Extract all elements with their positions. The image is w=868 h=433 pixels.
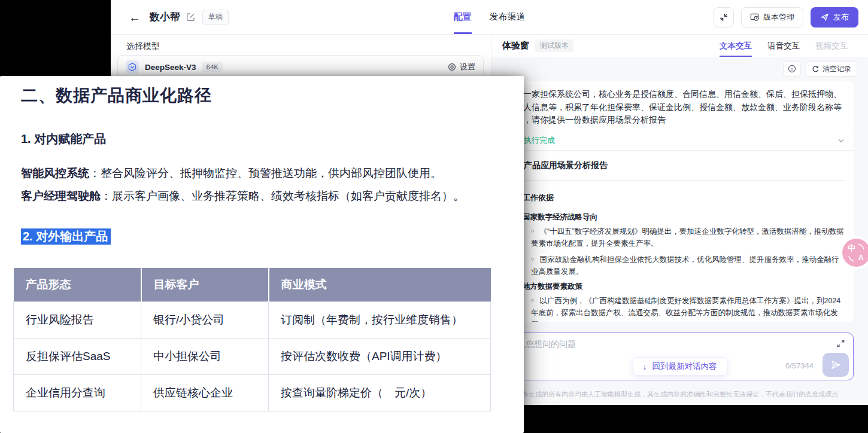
- publish-button[interactable]: 发布: [811, 7, 858, 28]
- document-paragraph: 客户经理驾驶舱：展示客户画像、业务推荐策略、绩效考核指标（如客户贡献度排名）。: [21, 188, 465, 204]
- header-tabs: 配置 发布渠道: [454, 0, 526, 34]
- gear-icon: [448, 63, 456, 71]
- publish-label: 发布: [833, 12, 849, 23]
- info-icon: [788, 65, 796, 73]
- table-cell: 企业信用分查询: [14, 375, 141, 411]
- table-row: 行业风险报告 银行/小贷公司 订阅制（年费制，按行业维度销售）: [14, 302, 491, 339]
- document-subheading-external: 2. 对外输出产品: [21, 228, 111, 245]
- question-input[interactable]: [509, 339, 827, 356]
- publish-plane-icon: [820, 13, 829, 22]
- arrow-down-icon: ↓: [643, 362, 647, 371]
- model-settings-button[interactable]: 设置: [448, 62, 475, 72]
- bullet-marker-icon: ○: [531, 256, 534, 262]
- execution-status-bar[interactable]: 执行完成: [499, 130, 854, 151]
- tab-config[interactable]: 配置: [454, 0, 472, 34]
- report-item-2-title: 地方数据要素政策: [523, 282, 582, 291]
- header-left: ← 数小帮 草稿: [129, 10, 229, 25]
- table-cell: 订阅制（年费制，按行业维度销售）: [269, 302, 491, 339]
- table-cell: 银行/小贷公司: [141, 302, 269, 339]
- send-plane-icon: [830, 359, 841, 370]
- report-item-1: 1.国家数字经济战略导向: [507, 212, 845, 222]
- report-content: 数据产品应用场景分析报告 一、工作依据 1.国家数字经济战略导向 ○《“十四五”…: [499, 151, 854, 322]
- selected-text-highlight: 2. 对外输出产品: [21, 228, 111, 245]
- experience-title: 体验窗: [502, 40, 529, 51]
- assistant-response: 执行完成 数据产品应用场景分析报告 一、工作依据 1.国家数字经济战略导向: [499, 130, 854, 322]
- report-divider: [507, 180, 845, 181]
- expand-input-icon[interactable]: [836, 339, 845, 348]
- experience-panel: 体验窗 测试版本 文本交互 语音交互 视频交互: [491, 35, 868, 405]
- draft-status-badge: 草稿: [202, 10, 229, 25]
- model-name: DeepSeek-V3: [145, 63, 196, 72]
- send-button[interactable]: [823, 353, 849, 377]
- table-cell: 中小担保公司: [141, 339, 269, 375]
- context-length-badge: 64K: [202, 62, 223, 72]
- tab-voice-interaction[interactable]: 语音交互: [767, 35, 800, 57]
- table-row: 反担保评估SaaS 中小担保公司 按评估次数收费（API调用计费）: [14, 339, 491, 375]
- table-header-cell: 产品形态: [14, 268, 141, 302]
- commercial-model-table: 产品形态 目标客户 商业模式 行业风险报告 银行/小贷公司 订阅制（年费制，按行…: [13, 268, 491, 411]
- paragraph-text: ：展示客户画像、业务推荐策略、绩效考核指标（如客户贡献度排名）。: [101, 190, 465, 202]
- collapse-button[interactable]: [714, 7, 734, 28]
- table-header-cell: 目标客户: [141, 268, 269, 302]
- document-heading: 二、数据产品商业化路径: [21, 84, 212, 107]
- paragraph-lead: 客户经理驾驶舱: [21, 190, 101, 202]
- char-counter: 0/57344: [785, 361, 814, 370]
- translate-fab-button[interactable]: 中 A: [842, 239, 868, 267]
- tab-text-interaction[interactable]: 文本交互: [720, 35, 752, 57]
- document-subheading-internal: 1. 对内赋能产品: [21, 131, 106, 147]
- user-message: 我是一家担保系统公司，核心业务是授信额度、合同信息、用信金额、保后、担保抵押物、…: [499, 81, 854, 133]
- tab-video-interaction[interactable]: 视频交互: [815, 35, 848, 57]
- report-bullet: ○国家鼓励金融机构和担保企业依托大数据技术，优化风险管理、提升服务效率，推动金融…: [507, 254, 845, 278]
- ai-disclaimer: 服务生成的所有内容均由人工智能模型生成，其生成内容的准确性和完整性无法保证，不代…: [491, 390, 862, 399]
- report-bullet-text: 以广西为例，《广西构建数据基础制度更好发挥数据要素作用总体工作方案》提出，到20…: [531, 297, 840, 322]
- model-settings-label: 设置: [460, 62, 475, 72]
- info-button[interactable]: [783, 61, 801, 77]
- collapse-icon: [719, 13, 729, 22]
- version-management-button[interactable]: 版本管理: [741, 7, 803, 28]
- table-header-cell: 商业模式: [269, 268, 491, 302]
- report-bullet-text: 《“十四五”数字经济发展规划》明确提出，要加速企业数字化转型，激活数据潜能，推动…: [531, 227, 844, 248]
- version-management-label: 版本管理: [763, 12, 794, 23]
- chat-toolbar: 清空记录: [783, 61, 857, 77]
- paragraph-lead: 智能风控系统: [21, 167, 89, 179]
- deepseek-model-icon: [126, 60, 139, 74]
- experience-header: 体验窗 测试版本 文本交互 语音交互 视频交互: [491, 35, 868, 57]
- document-window: 二、数据产品商业化路径 1. 对内赋能产品 智能风控系统：整合风险评分、抵押物监…: [0, 76, 524, 433]
- execution-status-text: 执行完成: [524, 135, 555, 146]
- report-item-2: 2.地方数据要素政策: [507, 282, 845, 292]
- table-cell: 反担保评估SaaS: [14, 339, 141, 375]
- refresh-icon: [812, 65, 820, 73]
- table-cell: 按查询量阶梯定价（ 元/次）: [269, 375, 491, 411]
- interaction-tabs: 文本交互 语音交互 视频交互: [720, 35, 848, 57]
- translate-arrows-icon: [842, 239, 868, 267]
- scroll-to-latest-label: 回到最新对话内容: [652, 361, 717, 372]
- report-bullet: ○以广西为例，《广西构建数据基础制度更好发挥数据要素作用总体工作方案》提出，到2…: [507, 295, 845, 322]
- test-version-badge: 测试版本: [535, 39, 573, 52]
- document-paragraph: 智能风控系统：整合风险评分、抵押物监控、预警推送功能，供内部风控团队使用。: [21, 166, 442, 181]
- scroll-to-latest-button[interactable]: ↓ 回到最新对话内容: [633, 357, 727, 376]
- paragraph-text: ：整合风险评分、抵押物监控、预警推送功能，供内部风控团队使用。: [89, 167, 442, 179]
- clear-history-label: 清空记录: [823, 64, 851, 74]
- user-message-text: 我是一家担保系统公司，核心业务是授信额度、合同信息、用信金额、保后、担保抵押物、…: [506, 89, 842, 124]
- report-section-heading: 一、工作依据: [507, 193, 845, 203]
- back-icon[interactable]: ←: [129, 11, 141, 23]
- agent-title: 数小帮: [150, 10, 180, 24]
- report-title: 数据产品应用场景分析报告: [507, 160, 845, 171]
- table-cell: 行业风险报告: [14, 302, 141, 339]
- version-history-icon: [750, 13, 759, 22]
- model-selector[interactable]: DeepSeek-V3 64K 设置: [117, 55, 484, 79]
- app-header: ← 数小帮 草稿 配置 发布渠道: [111, 0, 868, 35]
- table-cell: 供应链核心企业: [141, 375, 269, 411]
- edit-icon[interactable]: [186, 13, 195, 22]
- chevron-down-icon[interactable]: [837, 136, 845, 145]
- table-cell: 按评估次数收费（API调用计费）: [269, 339, 491, 375]
- clear-history-button[interactable]: 清空记录: [806, 61, 857, 77]
- header-actions: 版本管理 发布: [714, 7, 858, 28]
- report-bullet-text: 国家鼓励金融机构和担保企业依托大数据技术，优化风险管理、提升服务效率，推动金融行…: [531, 255, 839, 276]
- bullet-marker-icon: ○: [531, 297, 534, 303]
- tab-publish-channels[interactable]: 发布渠道: [490, 0, 526, 34]
- table-row: 企业信用分查询 供应链核心企业 按查询量阶梯定价（ 元/次）: [14, 375, 491, 411]
- report-bullet: ○《“十四五”数字经济发展规划》明确提出，要加速企业数字化转型，激活数据潜能，推…: [507, 225, 845, 249]
- bullet-marker-icon: ○: [531, 228, 534, 234]
- report-item-1-title: 国家数字经济战略导向: [523, 213, 597, 221]
